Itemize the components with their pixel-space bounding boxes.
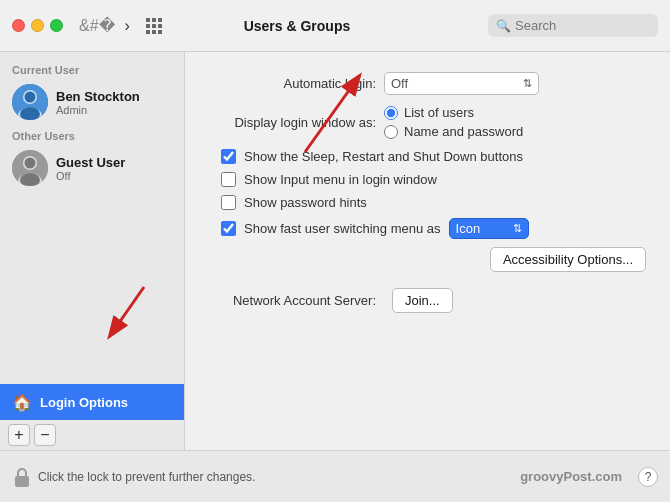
network-label: Network Account Server: [209,293,384,308]
titlebar: &#� › Users & Groups 🔍 [0,0,670,52]
password-hints-checkbox[interactable] [221,195,236,210]
back-button[interactable]: &#� [75,14,119,37]
bottombar: Click the lock to prevent further change… [0,450,670,502]
traffic-lights [12,19,63,32]
radio-name-label: Name and password [404,124,523,139]
sleep-restart-row: Show the Sleep, Restart and Shut Down bu… [209,149,646,164]
current-user-label: Current User [0,60,184,78]
current-user-item[interactable]: Ben Stockton Admin [0,78,184,126]
help-button[interactable]: ? [638,467,658,487]
accessibility-options-button[interactable]: Accessibility Options... [490,247,646,272]
password-hints-row: Show password hints [209,195,646,210]
fast-switch-label: Show fast user switching menu as [244,221,441,236]
network-row: Network Account Server: Join... [209,288,646,313]
maximize-button[interactable] [50,19,63,32]
radio-name-password[interactable] [384,125,398,139]
automatic-login-row: Automatic login: Off ⇅ [209,72,646,95]
automatic-login-label: Automatic login: [209,76,384,91]
sidebar-buttons: + − [0,420,184,450]
other-users-label: Other Users [0,126,184,144]
chevron-updown-blue-icon: ⇅ [513,222,522,235]
radio-option-name: Name and password [384,124,523,139]
guest-user-item[interactable]: Guest User Off [0,144,184,192]
svg-point-3 [25,92,36,103]
svg-point-8 [25,158,36,169]
fast-switch-row: Show fast user switching menu as Icon ⇅ [209,218,646,239]
search-icon: 🔍 [496,19,511,33]
radio-option-list: List of users [384,105,523,120]
brand-text: groovyPost.com [520,469,622,484]
search-input[interactable] [515,18,650,33]
display-login-label: Display login window as: [209,115,384,130]
close-button[interactable] [12,19,25,32]
display-login-row: Display login window as: List of users N… [209,105,646,139]
main-content: Current User Ben Stockton Admin Other Us… [0,52,670,450]
avatar [12,84,48,120]
current-user-name: Ben Stockton [56,89,140,104]
lock-icon [12,465,32,489]
guest-user-info: Guest User Off [56,155,125,182]
password-hints-label: Show password hints [244,195,367,210]
guest-user-name: Guest User [56,155,125,170]
chevron-updown-icon: ⇅ [523,77,532,90]
svg-rect-14 [15,476,29,487]
add-user-button[interactable]: + [8,424,30,446]
automatic-login-value: Off [391,76,408,91]
remove-user-button[interactable]: − [34,424,56,446]
house-icon: 🏠 [12,392,32,412]
sleep-restart-checkbox[interactable] [221,149,236,164]
sidebar: Current User Ben Stockton Admin Other Us… [0,52,185,450]
radio-list-of-users[interactable] [384,106,398,120]
window-title: Users & Groups [114,18,480,34]
input-menu-checkbox[interactable] [221,172,236,187]
join-button[interactable]: Join... [392,288,453,313]
input-menu-label: Show Input menu in login window [244,172,437,187]
login-options-label: Login Options [40,395,128,410]
fast-switch-select[interactable]: Icon ⇅ [449,218,529,239]
automatic-login-select[interactable]: Off ⇅ [384,72,539,95]
settings-panel: Automatic login: Off ⇅ Display login win… [185,52,670,450]
current-user-role: Admin [56,104,140,116]
minimize-button[interactable] [31,19,44,32]
login-options-item[interactable]: 🏠 Login Options [0,384,184,420]
radio-list-label: List of users [404,105,474,120]
guest-avatar [12,150,48,186]
sleep-restart-label: Show the Sleep, Restart and Shut Down bu… [244,149,523,164]
fast-switch-value: Icon [456,221,481,236]
accessibility-row: Accessibility Options... [209,247,646,272]
lock-text: Click the lock to prevent further change… [38,470,255,484]
guest-user-role: Off [56,170,125,182]
display-login-radio-group: List of users Name and password [384,105,523,139]
input-menu-row: Show Input menu in login window [209,172,646,187]
search-box[interactable]: 🔍 [488,14,658,37]
fast-switch-checkbox[interactable] [221,221,236,236]
lock-icon-wrap: Click the lock to prevent further change… [12,465,255,489]
current-user-info: Ben Stockton Admin [56,89,140,116]
